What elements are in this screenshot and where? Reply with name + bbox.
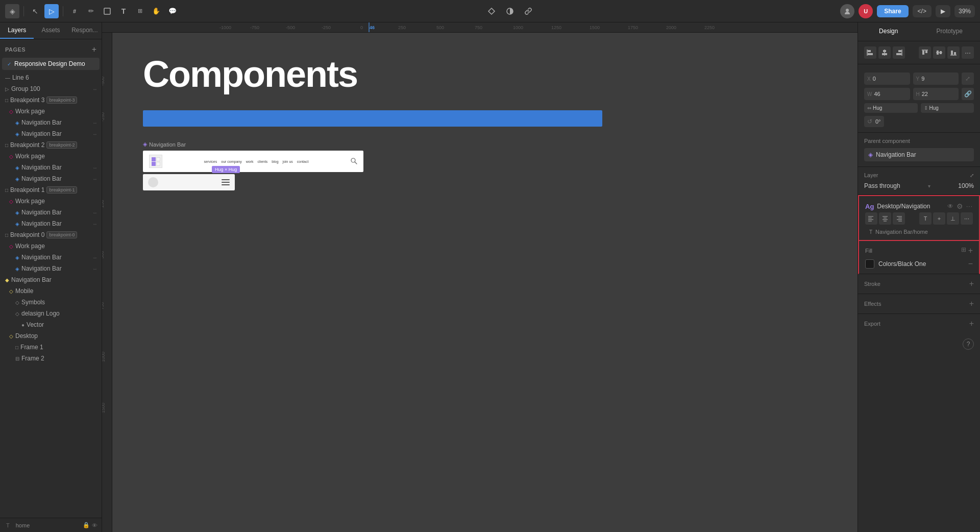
layer-mobile[interactable]: ◇ Mobile <box>1 285 101 297</box>
expand-icon: ↔ <box>92 120 97 126</box>
parent-comp-item[interactable]: ◈ Navigation Bar <box>864 148 974 161</box>
layer-breakpoint0[interactable]: □ Breakpoint 0 breakpoint-0 <box>1 229 101 240</box>
present-button[interactable]: ▶ <box>936 5 950 17</box>
shape-tool[interactable] <box>100 4 114 18</box>
layer-breakpoint1[interactable]: □ Breakpoint 1 breakpoint-1 <box>1 184 101 196</box>
tab-design[interactable]: Design <box>858 22 919 41</box>
rotation-row[interactable]: ↺ 0° <box>864 116 884 127</box>
hand-tool[interactable]: ✋ <box>149 4 163 18</box>
layer-symbols[interactable]: ◇ Symbols <box>1 297 101 308</box>
text-valign-bot[interactable]: ⊥ <box>947 212 959 225</box>
component-icon: ◇ <box>9 109 13 114</box>
export-add-button[interactable]: + <box>969 319 974 328</box>
help-button[interactable]: ? <box>963 338 974 350</box>
layer-navigation-bar-root[interactable]: ◆ Navigation Bar <box>1 274 101 285</box>
text-valign-top[interactable]: T <box>919 212 932 225</box>
tab-responsive[interactable]: Respon... <box>68 22 102 39</box>
component-icon: ◇ <box>9 154 13 159</box>
comp-eye-icon[interactable]: 👁 <box>947 203 953 210</box>
opacity-value[interactable]: 100% <box>958 182 974 189</box>
fill-color-swatch[interactable] <box>865 259 874 269</box>
nav-desktop-preview[interactable]: services our company work clients blog j… <box>143 151 363 172</box>
text-align-right[interactable] <box>893 212 905 225</box>
bottom-home-label[interactable]: home <box>14 521 32 529</box>
code-button[interactable]: </> <box>913 5 932 17</box>
frame-tool[interactable]: # <box>67 4 82 18</box>
align-right[interactable] <box>893 46 905 59</box>
layer-work-page-3[interactable]: ◇ Work page <box>1 106 101 117</box>
fill-grid-icon[interactable]: ⊞ <box>961 246 966 255</box>
topbar-center <box>183 4 837 18</box>
w-field[interactable]: W 46 <box>864 88 910 100</box>
layer-nav-bar-3a[interactable]: ◈ Navigation Bar ↔ <box>1 117 101 128</box>
comp-settings-icon[interactable]: ⚙ <box>957 202 963 210</box>
layer-breakpoint3[interactable]: □ Breakpoint 3 breakpoint-3 <box>1 94 101 106</box>
link-proportions[interactable]: 🔗 <box>962 88 974 100</box>
layer-group100[interactable]: ▷ Group 100 ↔ <box>1 83 101 94</box>
align-left[interactable] <box>864 46 876 59</box>
align-center-h[interactable] <box>878 46 891 59</box>
layer-expand-icon[interactable]: ⤢ <box>970 173 974 178</box>
y-field[interactable]: Y 9 <box>913 72 959 85</box>
zoom-button[interactable]: 39% <box>954 5 975 17</box>
tab-assets[interactable]: Assets <box>34 22 67 39</box>
layer-nav-bar-2a[interactable]: ◈ Navigation Bar ↔ <box>1 162 101 173</box>
select-tool[interactable]: ↖ <box>28 4 42 18</box>
pages-add-button[interactable]: + <box>92 45 96 54</box>
layer-desktop[interactable]: ◇ Desktop <box>1 330 101 342</box>
layer-work-page-0[interactable]: ◇ Work page <box>1 240 101 252</box>
comp-more-icon[interactable]: ··· <box>966 203 973 210</box>
link-icon[interactable] <box>521 4 535 18</box>
resize-icon[interactable]: ⤢ <box>962 72 974 85</box>
vector-tool[interactable]: ✏ <box>84 4 98 18</box>
comment-tool[interactable]: 💬 <box>165 4 180 18</box>
layer-frame2[interactable]: ⊟ Frame 2 <box>1 353 101 364</box>
text-align-left[interactable] <box>865 212 877 225</box>
text-align-center[interactable] <box>879 212 891 225</box>
layer-nav-bar-1b[interactable]: ◈ Navigation Bar ↔ <box>1 218 101 229</box>
layer-frame1[interactable]: □ Frame 1 <box>1 342 101 353</box>
layer-nav-bar-1a[interactable]: ◈ Navigation Bar ↔ <box>1 207 101 218</box>
component-center-icon[interactable] <box>484 4 499 18</box>
layer-work-page-2[interactable]: ◇ Work page <box>1 151 101 162</box>
stroke-add-button[interactable]: + <box>969 279 974 288</box>
move-tool[interactable]: ▷ <box>44 4 59 18</box>
blue-bar[interactable] <box>143 110 602 127</box>
align-bottom[interactable] <box>947 46 960 59</box>
eye-icon[interactable]: 👁 <box>92 522 97 528</box>
tab-prototype[interactable]: Prototype <box>919 22 981 41</box>
share-button[interactable]: Share <box>877 5 908 17</box>
h-field[interactable]: H 22 <box>913 88 959 100</box>
nav-links: services our company work clients blog j… <box>166 160 346 163</box>
page-item-responsive[interactable]: ✓ Responsive Design Demo <box>2 58 100 70</box>
layer-nav-bar-2b[interactable]: ◈ Navigation Bar ↔ <box>1 173 101 184</box>
contrast-icon[interactable] <box>503 4 517 18</box>
hug-h-field[interactable]: ⇕ Hug <box>921 103 974 113</box>
component-tool[interactable]: ⊞ <box>133 4 147 18</box>
layer-line6[interactable]: — Line 6 <box>1 72 101 83</box>
x-field[interactable]: X 0 <box>864 72 910 85</box>
layer-vector[interactable]: ● Vector <box>1 319 101 330</box>
layer-breakpoint2[interactable]: □ Breakpoint 2 breakpoint-2 <box>1 139 101 151</box>
align-center-v[interactable] <box>933 46 945 59</box>
align-top[interactable] <box>919 46 931 59</box>
tab-layers[interactable]: Layers <box>0 22 34 39</box>
hug-w-field[interactable]: ⇔ Hug <box>864 103 918 113</box>
nav-mobile-preview[interactable] <box>143 174 235 190</box>
blend-mode-label[interactable]: Pass through <box>864 182 900 189</box>
fill-add-icon[interactable]: + <box>968 246 973 255</box>
effects-add-button[interactable]: + <box>969 299 974 308</box>
layer-nav-bar-3b[interactable]: ◈ Navigation Bar ↔ <box>1 128 101 139</box>
text-more[interactable]: ··· <box>961 212 973 225</box>
layer-work-page-1[interactable]: ◇ Work page <box>1 196 101 207</box>
align-more[interactable]: ··· <box>962 46 974 59</box>
fill-remove-icon[interactable]: − <box>968 259 973 269</box>
layer-delasign-logo[interactable]: ◇ delasign Logo <box>1 308 101 319</box>
layer-nav-bar-0a[interactable]: ◈ Navigation Bar ↔ <box>1 252 101 263</box>
canvas-scroll[interactable]: Components ◈ Navigation Bar <box>112 33 857 532</box>
hamburger-line-1 <box>222 179 230 180</box>
app-logo[interactable]: ◈ <box>5 4 19 18</box>
layer-nav-bar-0b[interactable]: ◈ Navigation Bar ↔ <box>1 263 101 274</box>
text-valign-mid[interactable]: + <box>933 212 945 225</box>
text-tool[interactable]: T <box>116 4 131 18</box>
